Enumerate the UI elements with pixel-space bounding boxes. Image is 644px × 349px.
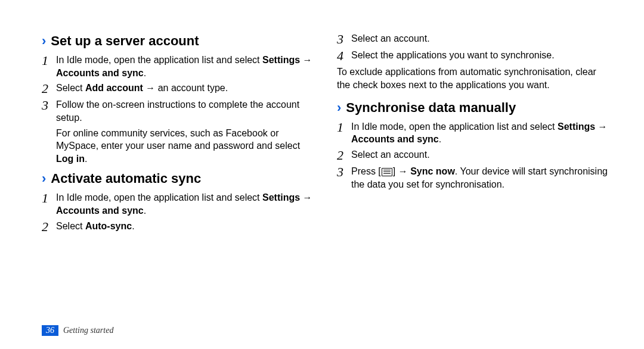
step: 1In Idle mode, open the application list…: [42, 54, 313, 79]
step: 3Select an account.: [337, 32, 608, 46]
step-list: 1In Idle mode, open the application list…: [42, 54, 313, 124]
heading-text: Set up a server account: [51, 33, 199, 49]
step: 1In Idle mode, open the application list…: [337, 120, 608, 146]
step-number: 2: [337, 148, 351, 163]
chevron-right-icon: ›: [337, 100, 341, 116]
left-column: › Set up a server account 1In Idle mode,…: [42, 30, 313, 236]
step-text: In Idle mode, open the application list …: [56, 54, 313, 79]
note-bold: Log in: [56, 154, 85, 164]
note-text: For online community services, such as F…: [56, 128, 300, 151]
step-number: 3: [337, 32, 351, 46]
heading-text: Synchronise data manually: [346, 100, 516, 116]
manual-page: › Set up a server account 1In Idle mode,…: [0, 0, 644, 349]
step-text: Select an account.: [351, 148, 430, 161]
step-text: Select the applications you want to sync…: [351, 49, 555, 62]
step: 3Press [] → Sync now. Your device will s…: [337, 165, 608, 191]
step-number: 1: [42, 191, 56, 205]
paragraph: To exclude applications from automatic s…: [337, 66, 608, 91]
step-number: 3: [42, 98, 56, 113]
heading-text: Activate automatic sync: [51, 171, 201, 186]
step-number: 4: [337, 49, 351, 63]
step-text: In Idle mode, open the application list …: [351, 120, 608, 146]
two-column-layout: › Set up a server account 1In Idle mode,…: [42, 30, 608, 236]
step-number: 2: [42, 82, 56, 96]
step-text: Select an account.: [351, 32, 430, 45]
section-heading: › Synchronise data manually: [337, 100, 608, 116]
step: 2Select an account.: [337, 148, 608, 163]
step-list: 3Select an account.4Select the applicati…: [337, 32, 608, 63]
step-number: 2: [42, 220, 56, 234]
section-heading: › Activate automatic sync: [42, 171, 313, 186]
page-number-badge: 36: [42, 325, 58, 336]
step-number: 1: [42, 54, 56, 68]
chevron-right-icon: ›: [42, 33, 46, 49]
step: 4Select the applications you want to syn…: [337, 49, 608, 63]
step-text: Select Auto-sync.: [56, 220, 135, 233]
step-text: Follow the on-screen instructions to com…: [56, 98, 313, 124]
step-number: 1: [337, 120, 351, 135]
menu-icon: [382, 168, 392, 176]
step-number: 3: [337, 165, 351, 179]
section-heading: › Set up a server account: [42, 33, 313, 49]
step: 1In Idle mode, open the application list…: [42, 191, 313, 217]
step-text: Press [] → Sync now. Your device will st…: [351, 165, 608, 191]
step: 2Select Auto-sync.: [42, 220, 313, 234]
step-list: 1In Idle mode, open the application list…: [337, 120, 608, 191]
section-note: For online community services, such as F…: [56, 127, 313, 166]
footer-section-label: Getting started: [63, 326, 113, 335]
chevron-right-icon: ›: [42, 171, 46, 186]
step: 2Select Add account → an account type.: [42, 82, 313, 96]
right-column: 3Select an account.4Select the applicati…: [337, 30, 608, 236]
step-text: Select Add account → an account type.: [56, 82, 228, 95]
step: 3Follow the on-screen instructions to co…: [42, 98, 313, 124]
page-footer: 36 Getting started: [42, 325, 113, 336]
step-text: In Idle mode, open the application list …: [56, 191, 313, 217]
note-text: .: [85, 154, 87, 164]
step-list: 1In Idle mode, open the application list…: [42, 191, 313, 233]
